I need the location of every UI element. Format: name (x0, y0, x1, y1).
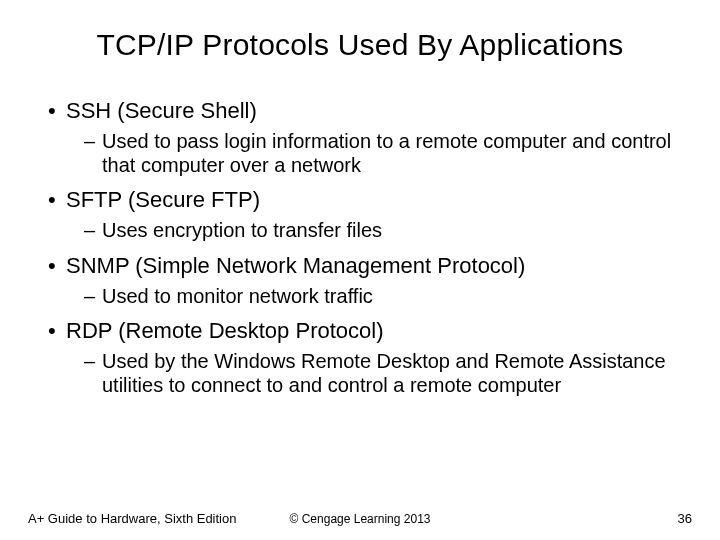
footer-copyright: © Cengage Learning 2013 (290, 512, 431, 526)
slide-body: SSH (Secure Shell) Used to pass login in… (34, 98, 686, 398)
bullet-item: RDP (Remote Desktop Protocol) (48, 318, 686, 344)
sub-bullet-item: Used to monitor network traffic (48, 285, 686, 309)
bullet-item: SSH (Secure Shell) (48, 98, 686, 124)
sub-bullet-item: Used by the Windows Remote Desktop and R… (48, 350, 686, 397)
bullet-item: SNMP (Simple Network Management Protocol… (48, 253, 686, 279)
footer-left-text: A+ Guide to Hardware, Sixth Edition (28, 511, 236, 526)
slide-number: 36 (678, 511, 692, 526)
sub-bullet-item: Uses encryption to transfer files (48, 219, 686, 243)
bullet-item: SFTP (Secure FTP) (48, 187, 686, 213)
slide-footer: A+ Guide to Hardware, Sixth Edition © Ce… (0, 511, 720, 526)
slide-title: TCP/IP Protocols Used By Applications (34, 28, 686, 62)
sub-bullet-item: Used to pass login information to a remo… (48, 130, 686, 177)
